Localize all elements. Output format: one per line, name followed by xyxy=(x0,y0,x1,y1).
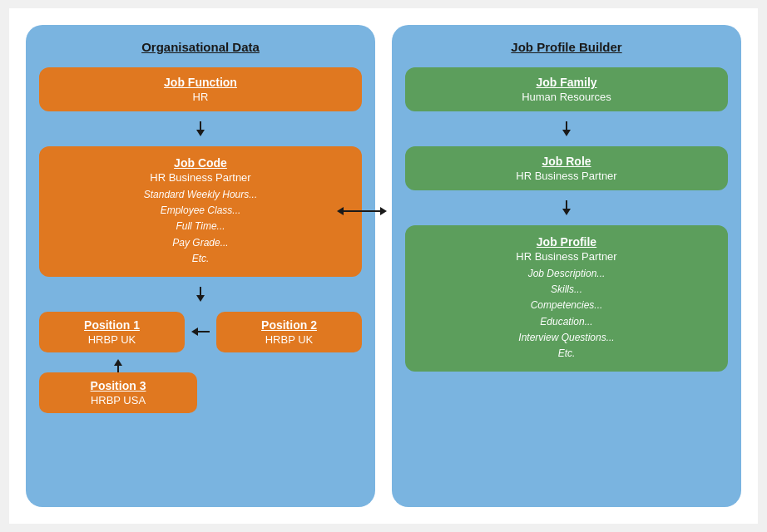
job-profile-detail-2: Skills... xyxy=(417,282,716,298)
job-code-detail-5: Etc. xyxy=(51,251,350,267)
job-code-detail-2: Employee Class... xyxy=(51,203,350,219)
job-code-label: Job Code xyxy=(51,156,350,170)
job-family-label: Job Family xyxy=(417,76,716,89)
position-3-label: Position 3 xyxy=(47,379,189,392)
job-profile-detail-6: Etc. xyxy=(417,346,716,362)
job-family-value: Human Resources xyxy=(417,91,716,103)
position-3-value: HRBP USA xyxy=(47,394,189,406)
pos-arrow-line xyxy=(198,331,210,332)
arrow-code-to-positions xyxy=(196,287,205,302)
job-profile-detail-4: Education... xyxy=(417,314,716,330)
job-role-label: Job Role xyxy=(417,155,716,168)
job-family-box: Job Family Human Resources xyxy=(405,67,728,111)
arrow-pos3-to-pos1 xyxy=(114,359,122,372)
arrow-function-to-code xyxy=(196,121,205,136)
job-function-value: HR xyxy=(51,91,350,103)
position-3-box: Position 3 HRBP USA xyxy=(39,372,197,413)
position-1-label: Position 1 xyxy=(47,318,176,332)
position-2-label: Position 2 xyxy=(225,318,354,332)
job-profile-detail-1: Job Description... xyxy=(417,266,716,282)
position-2-box: Position 2 HRBP UK xyxy=(216,312,362,352)
job-profile-value: HR Business Partner xyxy=(417,250,716,263)
left-panel-title: Organisational Data xyxy=(141,40,260,54)
job-code-detail-3: Full Time... xyxy=(51,219,350,234)
arrow-family-to-role xyxy=(562,121,571,136)
job-profile-label: Job Profile xyxy=(417,235,716,249)
job-code-box: Job Code HR Business Partner Standard We… xyxy=(39,146,362,277)
job-role-value: HR Business Partner xyxy=(417,170,716,182)
arrow-role-to-profile xyxy=(562,200,571,215)
arrow-line-horizontal xyxy=(344,210,380,212)
positions-section: Position 1 HRBP UK Position 2 HRBP UK xyxy=(39,312,362,413)
job-role-box: Job Role HR Business Partner xyxy=(405,146,728,190)
arrow-pos3-up-line xyxy=(117,366,119,372)
job-code-detail-4: Pay Grade... xyxy=(51,235,350,251)
right-panel-title: Job Profile Builder xyxy=(511,40,621,54)
pos-arrow-left xyxy=(191,328,198,336)
horizontal-connector xyxy=(337,207,387,215)
job-profile-box: Job Profile HR Business Partner Job Desc… xyxy=(405,225,728,372)
position-1-box: Position 1 HRBP UK xyxy=(39,312,185,352)
arrow-head-left xyxy=(337,207,344,215)
arrow-pos3-up-head xyxy=(114,359,122,366)
diagram-container: Organisational Data Job Function HR Job … xyxy=(9,8,758,524)
arrow-head-right xyxy=(380,207,387,215)
position-1-value: HRBP UK xyxy=(47,333,176,346)
positions-bottom-row: Position 3 HRBP USA xyxy=(39,359,362,413)
position-3-col: Position 3 HRBP USA xyxy=(39,359,197,413)
job-profile-detail-3: Competencies... xyxy=(417,298,716,313)
job-profile-detail-5: Interview Questions... xyxy=(417,330,716,346)
job-code-details: Standard Weekly Hours... Employee Class.… xyxy=(51,187,350,267)
job-code-value: HR Business Partner xyxy=(51,171,350,184)
job-function-box: Job Function HR xyxy=(39,67,362,111)
job-code-detail-1: Standard Weekly Hours... xyxy=(51,187,350,203)
left-panel: Organisational Data Job Function HR Job … xyxy=(26,25,375,507)
positions-top-row: Position 1 HRBP UK Position 2 HRBP UK xyxy=(39,312,362,352)
job-function-label: Job Function xyxy=(51,76,350,89)
right-panel: Job Profile Builder Job Family Human Res… xyxy=(392,25,741,507)
job-profile-details: Job Description... Skills... Competencie… xyxy=(417,266,716,362)
position-2-value: HRBP UK xyxy=(225,333,354,346)
pos-arrow-connector xyxy=(191,328,210,336)
